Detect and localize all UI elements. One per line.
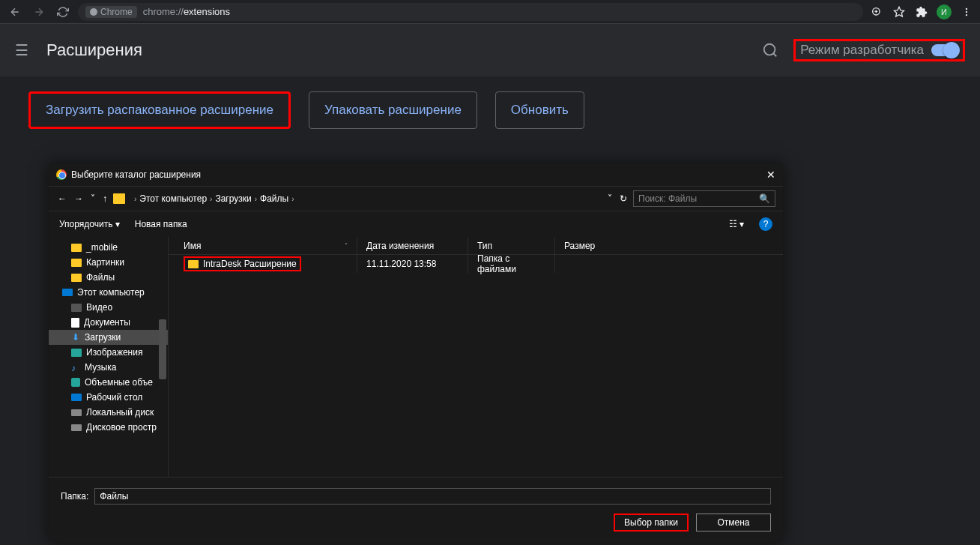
svg-marker-2 [894,7,904,16]
tree-item[interactable]: Объемные объе [49,375,168,390]
scrollbar-thumb[interactable] [159,319,166,379]
help-icon[interactable]: ? [759,217,772,231]
tree-item-label: Этот компьютер [77,287,145,298]
nav-forward-icon[interactable]: → [73,193,85,204]
cancel-button[interactable]: Отмена [696,514,771,532]
dialog-footer: Папка: Выбор папки Отмена [49,477,783,542]
view-options-icon[interactable]: ☷ ▾ [729,219,744,229]
zoom-icon[interactable] [869,4,884,19]
file-date: 11.11.2020 13:58 [357,255,468,273]
reload-button[interactable] [54,3,72,21]
back-button[interactable] [6,3,24,21]
search-placeholder: Поиск: Файлы [638,193,697,204]
developer-mode: Режим разработчика [793,39,965,61]
hamburger-icon[interactable]: ☰ [15,41,28,59]
select-folder-button[interactable]: Выбор папки [614,514,689,532]
list-header: Имя˄ Дата изменения Тип Размер [169,237,783,255]
tree-item[interactable]: Видео [49,300,168,315]
file-list: Имя˄ Дата изменения Тип Размер IntraDesk… [169,237,783,477]
star-icon[interactable] [892,4,907,19]
svg-point-6 [764,44,775,55]
tree-item-label: Документы [84,317,130,328]
file-dialog: Выберите каталог расширения ✕ ← → ˅ ↑ › … [49,163,783,542]
column-type[interactable]: Тип [468,237,555,254]
file-name: IntraDesk Расширение [203,259,297,269]
svg-point-3 [966,7,967,9]
tree-item-label: Видео [86,302,112,313]
list-row[interactable]: IntraDesk Расширение11.11.2020 13:58Папк… [169,255,783,273]
tree-item-label: Дисковое простр [86,422,157,433]
button-row: Выбор папки Отмена [61,514,771,532]
toolbar-right: И [869,4,974,19]
dialog-title: Выберите каталог расширения [71,169,201,180]
tree-item-label: Файлы [86,272,115,283]
column-date[interactable]: Дата изменения [357,237,468,254]
search-icon: 🔍 [759,193,770,204]
chevron-icon: › [134,195,136,203]
folder-icon [188,260,199,268]
folder-label: Папка: [61,491,88,502]
menu-dots-icon[interactable] [959,4,974,19]
column-name[interactable]: Имя˄ [169,237,357,254]
nav-dropdown-icon[interactable]: ˅ [89,193,97,204]
column-size[interactable]: Размер [555,237,783,254]
address-bar[interactable]: Chrome chrome://extensions [78,3,863,21]
tree-item[interactable]: Файлы [49,270,168,285]
address-host: chrome:// [143,6,184,17]
tree-item-label: Объемные объе [85,377,153,388]
address-dropdown-icon[interactable]: ˅ [606,193,614,204]
dialog-navigation: ← → ˅ ↑ › Этот компьютер › Загрузки › Фа… [49,186,783,211]
action-row: Загрузить распакованное расширение Упако… [0,76,980,144]
folder-input[interactable] [94,488,771,505]
chevron-icon: › [255,195,257,203]
tree-item[interactable]: Изображения [49,345,168,360]
crumb-2[interactable]: Файлы [260,193,288,204]
tree-item[interactable]: Локальный диск [49,405,168,420]
svg-point-5 [966,13,967,15]
extensions-icon[interactable] [914,4,929,19]
dialog-body: _mobileКартинкиФайлыЭтот компьютерВидеоД… [49,237,783,477]
page-title: Расширения [46,40,762,60]
developer-mode-label: Режим разработчика [800,43,924,58]
crumb-1[interactable]: Загрузки [215,193,251,204]
svg-point-0 [90,8,97,16]
address-path: extensions [184,6,230,17]
browser-toolbar: Chrome chrome://extensions И [0,0,980,24]
tree-item[interactable]: Этот компьютер [49,285,168,300]
tree-item[interactable]: Документы [49,315,168,330]
chrome-icon [56,169,67,180]
chevron-icon: › [210,195,212,203]
tree-item-label: Локальный диск [86,407,154,418]
forward-button[interactable] [30,3,48,21]
pack-extension-button[interactable]: Упаковать расширение [309,91,477,129]
refresh-button[interactable]: Обновить [495,91,584,129]
dialog-toolbar: Упорядочить ▾ Новая папка ☷ ▾ ? [49,211,783,237]
tree-item[interactable]: ♪Музыка [49,360,168,375]
close-icon[interactable]: ✕ [766,169,775,181]
chrome-label: Chrome [85,6,137,18]
tree-item[interactable]: Дисковое простр [49,420,168,435]
refresh-icon[interactable]: ↻ [618,193,629,204]
organize-menu[interactable]: Упорядочить ▾ [59,219,120,229]
load-unpacked-button[interactable]: Загрузить распакованное расширение [28,91,291,129]
extensions-header: ☰ Расширения Режим разработчика [0,24,980,76]
tree-item[interactable]: Картинки [49,255,168,270]
search-input[interactable]: Поиск: Файлы 🔍 [633,190,775,207]
nav-up-icon[interactable]: ↑ [101,193,109,204]
search-icon[interactable] [762,42,778,58]
tree-item[interactable]: ⬇Загрузки [49,330,168,345]
folder-icon [113,193,125,204]
tree-item-label: Загрузки [85,332,121,343]
new-folder-button[interactable]: Новая папка [135,219,187,229]
dialog-titlebar: Выберите каталог расширения ✕ [49,163,783,186]
developer-mode-toggle[interactable] [931,44,958,56]
nav-back-icon[interactable]: ← [56,193,68,204]
tree-item[interactable]: _mobile [49,240,168,255]
folder-tree: _mobileКартинкиФайлыЭтот компьютерВидеоД… [49,237,169,477]
breadcrumb[interactable]: › Этот компьютер › Загрузки › Файлы › [134,193,602,204]
crumb-0[interactable]: Этот компьютер [139,193,207,204]
avatar[interactable]: И [937,4,952,19]
tree-item[interactable]: Рабочий стол [49,390,168,405]
sort-asc-icon: ˄ [345,242,348,249]
address-prefix: Chrome [100,7,133,17]
